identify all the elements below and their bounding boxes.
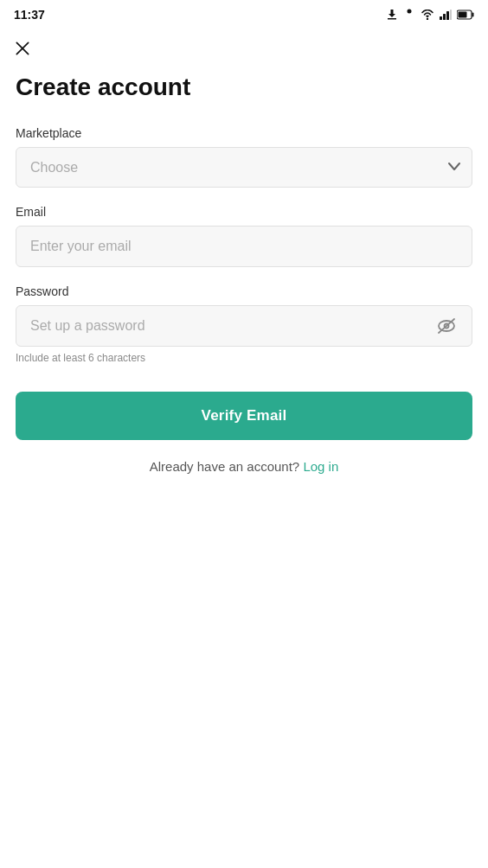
- password-input[interactable]: [16, 305, 472, 347]
- email-field-group: Email: [16, 205, 472, 267]
- email-input[interactable]: [16, 226, 472, 267]
- login-prompt: Already have an account? Log in: [16, 459, 472, 474]
- password-wrapper: [16, 305, 472, 347]
- svg-rect-0: [388, 18, 396, 20]
- login-prompt-text: Already have an account?: [150, 459, 299, 474]
- email-label: Email: [16, 205, 472, 219]
- svg-point-2: [408, 10, 412, 14]
- password-toggle-button[interactable]: [433, 312, 460, 340]
- main-content: Create account Marketplace Choose Email …: [0, 64, 488, 495]
- battery-icon: [457, 10, 474, 20]
- marketplace-field-group: Marketplace Choose: [16, 126, 472, 188]
- status-time: 11:37: [14, 8, 45, 22]
- page-title: Create account: [16, 73, 472, 102]
- download-icon: [386, 9, 398, 21]
- svg-rect-6: [446, 11, 449, 20]
- svg-rect-9: [472, 13, 474, 17]
- wifi-icon: [421, 10, 434, 20]
- marketplace-select-wrapper: Choose: [16, 147, 472, 188]
- marketplace-label: Marketplace: [16, 126, 472, 140]
- verify-email-button[interactable]: Verify Email: [16, 392, 472, 440]
- eye-slash-icon: [436, 316, 457, 336]
- password-hint: Include at least 6 characters: [16, 352, 472, 364]
- status-bar: 11:37: [0, 0, 488, 26]
- password-label: Password: [16, 284, 472, 298]
- svg-rect-7: [450, 10, 452, 20]
- marketplace-select[interactable]: Choose: [16, 147, 472, 188]
- password-field-group: Password Include at least 6 characters: [16, 284, 472, 364]
- close-button[interactable]: [7, 33, 38, 64]
- svg-point-3: [427, 18, 428, 20]
- signal-icon: [440, 10, 452, 20]
- notification-icon: [403, 9, 415, 21]
- svg-rect-4: [440, 16, 442, 20]
- svg-rect-10: [459, 12, 467, 18]
- svg-rect-5: [443, 14, 446, 20]
- login-link[interactable]: Log in: [303, 459, 338, 474]
- status-icons: [386, 9, 474, 21]
